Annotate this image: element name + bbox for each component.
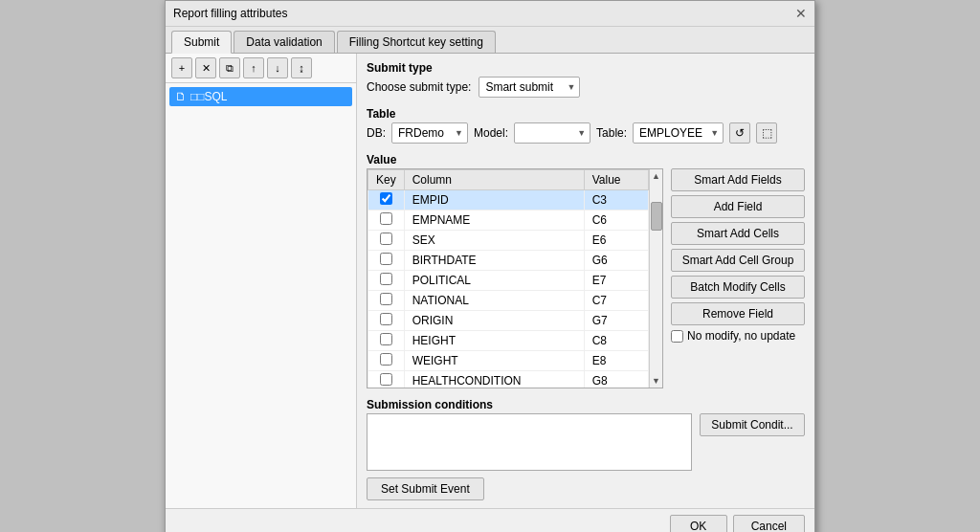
row-checkbox-cell (368, 271, 405, 291)
no-modify-checkbox[interactable] (671, 330, 683, 343)
model-select[interactable] (514, 122, 590, 144)
row-column: ORIGIN (404, 311, 584, 331)
value-label: Value (367, 153, 805, 166)
row-checkbox-cell (368, 211, 405, 231)
row-value: E7 (584, 271, 648, 291)
tree-item-icon: 🗋 (175, 90, 187, 103)
row-value: C7 (584, 291, 648, 311)
row-checkbox[interactable] (380, 212, 392, 225)
right-panel: Submit type Choose submit type: Smart su… (357, 54, 814, 508)
table-row[interactable]: POLITICALE7 (368, 271, 649, 291)
row-column: EMPID (404, 190, 584, 211)
table-row[interactable]: EMPIDC3 (368, 190, 649, 211)
table-section-label: Table (367, 107, 805, 121)
remove-field-button[interactable]: Remove Field (671, 302, 805, 325)
sort-button[interactable]: ↨ (291, 57, 312, 78)
submit-type-select[interactable]: Smart submit Normal submit (479, 77, 580, 98)
table-section: Table DB: FRDemo ▼ Model: ▼ (367, 107, 805, 147)
db-select[interactable]: FRDemo (391, 122, 468, 144)
row-checkbox[interactable] (380, 273, 392, 285)
value-content: Key Column Value EMPIDC3EMPNAMEC6SEXE6BI… (367, 168, 805, 388)
tree-item-label: □□SQL (190, 90, 228, 103)
refresh-button[interactable]: ↺ (729, 122, 750, 144)
dialog: Report filling attributes ✕ Submit Data … (165, 0, 815, 532)
tab-submit[interactable]: Submit (171, 31, 232, 54)
scroll-down-icon[interactable]: ▼ (650, 374, 662, 388)
copy-button[interactable]: ⧉ (219, 57, 240, 78)
table-row[interactable]: NATIONALC7 (368, 291, 649, 311)
row-checkbox-cell (368, 311, 405, 331)
smart-add-fields-button[interactable]: Smart Add Fields (671, 168, 805, 191)
batch-modify-cells-button[interactable]: Batch Modify Cells (671, 276, 805, 299)
no-modify-label: No modify, no update (687, 329, 795, 343)
cancel-button[interactable]: Cancel (733, 515, 805, 532)
submission-textarea-wrap (367, 413, 692, 474)
row-checkbox-cell (368, 331, 405, 351)
tree-item-sql[interactable]: 🗋 □□SQL (169, 87, 352, 106)
table-row[interactable]: HEALTHCONDITIONG8 (368, 371, 649, 388)
move-down-button[interactable]: ↓ (267, 57, 288, 78)
value-table-scroll: Key Column Value EMPIDC3EMPNAMEC6SEXE6BI… (368, 169, 649, 388)
dialog-title: Report filling attributes (173, 7, 287, 20)
move-up-button[interactable]: ↑ (243, 57, 264, 78)
row-value: G7 (584, 311, 648, 331)
row-column: WEIGHT (404, 351, 584, 371)
db-select-wrapper: FRDemo ▼ (391, 122, 468, 144)
no-modify-label-wrapper: No modify, no update (671, 329, 805, 343)
row-column: NATIONAL (404, 291, 584, 311)
row-checkbox[interactable] (380, 233, 392, 245)
row-value: C3 (584, 190, 648, 211)
row-checkbox-cell (368, 251, 405, 271)
delete-button[interactable]: ✕ (195, 57, 216, 78)
submit-cond-button[interactable]: Submit Condit... (700, 413, 805, 436)
table-label: Table: (596, 126, 627, 140)
add-button[interactable]: + (171, 57, 192, 78)
table-row[interactable]: SEXE6 (368, 231, 649, 251)
row-value: C6 (584, 211, 648, 231)
smart-add-cells-button[interactable]: Smart Add Cells (671, 222, 805, 245)
row-column: HEIGHT (404, 331, 584, 351)
row-column: EMPNAME (404, 211, 584, 231)
table-row[interactable]: WEIGHTE8 (368, 351, 649, 371)
table-select[interactable]: EMPLOYEE (633, 122, 724, 144)
export-button[interactable]: ⬚ (756, 122, 777, 144)
model-label: Model: (474, 126, 508, 140)
tab-data-validation[interactable]: Data validation (234, 31, 334, 53)
row-checkbox[interactable] (380, 353, 392, 366)
col-value-header: Value (584, 170, 648, 190)
action-buttons-panel: Smart Add Fields Add Field Smart Add Cel… (671, 168, 805, 388)
row-checkbox[interactable] (380, 192, 392, 205)
submit-type-row: Choose submit type: Smart submit Normal … (367, 77, 805, 98)
row-checkbox-cell (368, 371, 405, 388)
ok-button[interactable]: OK (670, 515, 727, 532)
row-checkbox[interactable] (380, 253, 392, 265)
tab-filling-shortcut[interactable]: Filling Shortcut key setting (337, 31, 496, 53)
row-column: BIRTHDATE (404, 251, 584, 271)
scrollbar-thumb[interactable] (651, 202, 662, 231)
row-value: G6 (584, 251, 648, 271)
row-checkbox-cell (368, 190, 405, 211)
row-checkbox[interactable] (380, 293, 392, 305)
table-row[interactable]: HEIGHTC8 (368, 331, 649, 351)
value-table-container: Key Column Value EMPIDC3EMPNAMEC6SEXE6BI… (367, 168, 663, 388)
row-checkbox-cell (368, 291, 405, 311)
row-checkbox[interactable] (380, 313, 392, 325)
smart-add-cell-group-button[interactable]: Smart Add Cell Group (671, 249, 805, 272)
table-row[interactable]: ORIGING7 (368, 311, 649, 331)
row-column: SEX (404, 231, 584, 251)
col-key-header: Key (368, 170, 405, 190)
submission-textarea[interactable] (367, 413, 692, 471)
row-checkbox-cell (368, 351, 405, 371)
table-config-row: DB: FRDemo ▼ Model: ▼ Table: (367, 122, 805, 144)
row-checkbox-cell (368, 231, 405, 251)
row-column: POLITICAL (404, 271, 584, 291)
table-row[interactable]: EMPNAMEC6 (368, 211, 649, 231)
add-field-button[interactable]: Add Field (671, 195, 805, 218)
row-checkbox[interactable] (380, 373, 392, 386)
close-icon[interactable]: ✕ (795, 6, 807, 21)
set-submit-event-button[interactable]: Set Submit Event (367, 477, 484, 500)
table-row[interactable]: BIRTHDATEG6 (368, 251, 649, 271)
row-checkbox[interactable] (380, 333, 392, 345)
scroll-up-icon[interactable]: ▲ (650, 169, 662, 183)
table-scrollbar[interactable]: ▲ ▼ (649, 169, 662, 388)
